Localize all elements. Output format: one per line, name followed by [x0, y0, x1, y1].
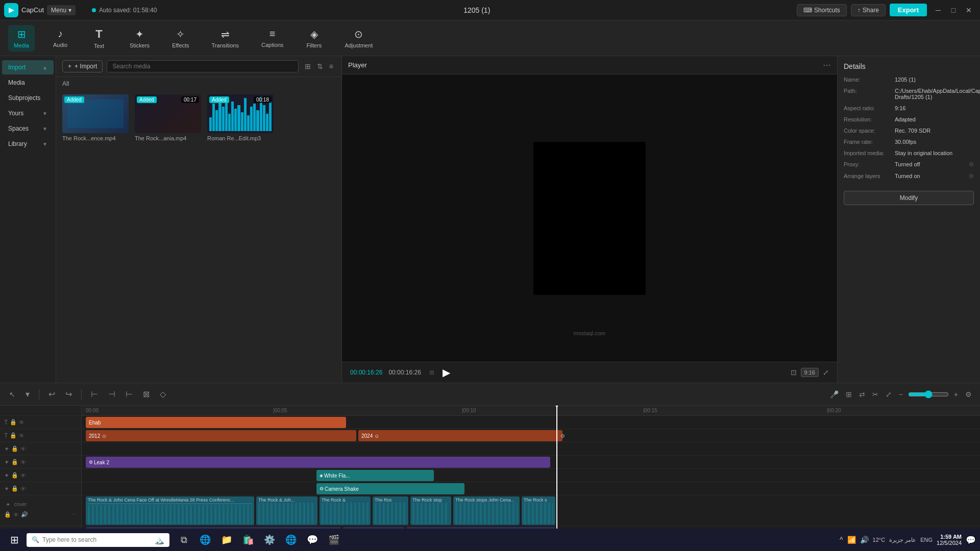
- toolbar-item-captions[interactable]: ≡ Captions: [256, 25, 288, 51]
- tray-arrow[interactable]: ^: [840, 536, 843, 544]
- export-button[interactable]: Export: [890, 4, 927, 16]
- clip-leak2[interactable]: ⚙ Leak 2: [86, 457, 550, 468]
- list-item[interactable]: Added The Rock...ence.mp4: [62, 94, 129, 141]
- toolbar-item-audio[interactable]: ♪ Audio: [47, 25, 74, 51]
- capcut-taskbar-icon[interactable]: 🎬: [324, 531, 344, 549]
- taskview-button[interactable]: ⧉: [174, 531, 194, 549]
- store-icon[interactable]: 🛍️: [238, 531, 258, 549]
- list-item[interactable]: Added 00:17 The Rock...ania.mp4: [135, 94, 201, 141]
- expand-button[interactable]: ⤢: [823, 368, 829, 377]
- edge-icon[interactable]: 🌐: [195, 531, 215, 549]
- notification-button[interactable]: 💬: [966, 535, 976, 545]
- mic-button[interactable]: 🎤: [828, 388, 841, 400]
- close-button[interactable]: ✕: [962, 3, 976, 17]
- chrome-icon[interactable]: 🌐: [281, 531, 301, 549]
- eye-icon[interactable]: 👁: [13, 512, 19, 518]
- proxy-toggle[interactable]: ⚙: [969, 161, 974, 168]
- undo-button[interactable]: ↩: [45, 387, 58, 401]
- import-button[interactable]: + + Import: [62, 60, 103, 72]
- toolbar-item-transitions[interactable]: ⇌ Transitions: [207, 25, 244, 52]
- delete-button[interactable]: ⊠: [140, 387, 153, 401]
- eye-icon[interactable]: 👁: [19, 433, 24, 439]
- split-button[interactable]: ⊢: [88, 387, 101, 401]
- clip-video-segment-5[interactable]: The Rock stop: [410, 496, 451, 525]
- sidebar-item-subprojects[interactable]: Subprojects: [2, 91, 54, 105]
- player-menu-button[interactable]: ⋯: [823, 60, 831, 70]
- share-button[interactable]: ↑ Share: [851, 4, 886, 16]
- lock-icon[interactable]: 🔒: [4, 511, 11, 518]
- sort-button[interactable]: ⇅: [315, 61, 325, 71]
- search-bar[interactable]: 🔍 🏔️: [27, 533, 169, 547]
- arrange-toggle[interactable]: ⚙: [969, 173, 974, 180]
- clip-camerashake[interactable]: ⚙ Camera Shake: [316, 483, 464, 494]
- clip-2012[interactable]: 2012 ☺: [86, 430, 356, 441]
- toolbar-item-text[interactable]: T Text: [86, 24, 112, 52]
- network-icon[interactable]: 📶: [847, 536, 856, 544]
- settings-btn[interactable]: ⚙: [963, 388, 974, 400]
- toolbar-item-media[interactable]: ⊞ Media: [8, 25, 35, 52]
- sidebar-item-library[interactable]: Library ▼: [2, 137, 54, 151]
- eye-icon[interactable]: 👁: [20, 446, 26, 452]
- maximize-button[interactable]: □: [946, 3, 961, 17]
- trim-right-button[interactable]: ⊢: [122, 387, 136, 401]
- minimize-button[interactable]: ─: [931, 3, 945, 17]
- explorer-icon[interactable]: 📁: [216, 531, 237, 549]
- group-button[interactable]: ◇: [157, 387, 169, 401]
- link-button[interactable]: ⇄: [857, 388, 867, 400]
- clip-video-segment-2[interactable]: The Rock & Joh...: [256, 496, 317, 525]
- toolbar-item-effects[interactable]: ✧ Effects: [167, 25, 194, 52]
- audio-icon[interactable]: 🔊: [21, 511, 28, 518]
- lock-icon[interactable]: 🔒: [11, 472, 18, 479]
- lock-icon[interactable]: 🔒: [11, 459, 18, 465]
- clip-ehab[interactable]: Ehab: [86, 417, 346, 428]
- filter-button[interactable]: ≡: [327, 61, 335, 71]
- lock-icon[interactable]: 🔒: [10, 432, 17, 439]
- redo-button[interactable]: ↪: [62, 387, 75, 401]
- eye-icon[interactable]: 👁: [20, 472, 26, 479]
- fullscreen-btn[interactable]: ⊡: [791, 368, 797, 377]
- clip-video-segment-3[interactable]: The Rock &: [320, 496, 371, 525]
- clip-video-segment-4[interactable]: The Roc: [373, 496, 408, 525]
- clip-video-segment-6[interactable]: The Rock stops John Cena...: [453, 496, 520, 525]
- clip-video-segment-1[interactable]: The Rock & John Cena Face Off at Wrestle…: [86, 496, 254, 525]
- expand-tl-btn[interactable]: ⤢: [884, 388, 894, 400]
- taskbar-search-input[interactable]: [42, 536, 151, 543]
- toolbar-item-stickers[interactable]: ✦ Stickers: [125, 25, 155, 52]
- list-item[interactable]: Added 00:18 Roman Re...Edit.mp3: [207, 94, 274, 141]
- eye-icon[interactable]: 👁: [20, 459, 26, 465]
- zoom-slider[interactable]: [908, 390, 949, 398]
- toolbar-item-filters[interactable]: ◈ Filters: [301, 25, 327, 52]
- snap-button[interactable]: ⊞: [844, 388, 854, 400]
- app-icon[interactable]: 💬: [302, 531, 323, 549]
- zoom-out-btn[interactable]: −: [897, 388, 905, 400]
- zoom-in-btn[interactable]: +: [952, 388, 960, 400]
- start-button[interactable]: ⊞: [4, 531, 24, 549]
- sidebar-item-yours[interactable]: Yours ▼: [2, 106, 54, 120]
- trim-left-button[interactable]: ⊣: [105, 387, 118, 401]
- select-tool-button[interactable]: ↖: [6, 388, 18, 400]
- sidebar-item-media[interactable]: Media: [2, 76, 54, 90]
- add-track-button[interactable]: +: [4, 499, 12, 509]
- eye-icon[interactable]: 👁: [20, 486, 26, 492]
- settings-icon[interactable]: ⚙️: [259, 531, 280, 549]
- shortcuts-button[interactable]: ⌨ Shortcuts: [797, 4, 847, 16]
- lock-icon[interactable]: 🔒: [11, 485, 18, 492]
- lock-icon[interactable]: 🔒: [10, 419, 17, 425]
- clip-2024[interactable]: 2024 ☺: [358, 430, 562, 441]
- clip-video-segment-7[interactable]: The Rock s: [522, 496, 555, 525]
- more-icon[interactable]: ⋯: [71, 511, 77, 518]
- sound-icon[interactable]: 🔊: [860, 536, 869, 544]
- select-arrow-button[interactable]: ▾: [22, 387, 33, 401]
- modify-button[interactable]: Modify: [844, 191, 974, 205]
- grid-view-button[interactable]: ⊞: [303, 61, 313, 71]
- search-input[interactable]: [107, 60, 298, 72]
- clip-whiteflag[interactable]: ◈ White Fla...: [316, 470, 434, 481]
- play-button[interactable]: ▶: [443, 366, 450, 379]
- sidebar-item-import[interactable]: Import ▲: [2, 60, 54, 74]
- clip-btn[interactable]: ✂: [870, 388, 880, 400]
- sidebar-item-spaces[interactable]: Spaces ▼: [2, 121, 54, 136]
- lock-icon[interactable]: 🔒: [11, 445, 18, 452]
- menu-button[interactable]: Menu ▾: [47, 5, 76, 15]
- eye-icon[interactable]: 👁: [19, 419, 24, 425]
- toolbar-item-adjustment[interactable]: ⊙ Adjustment: [339, 25, 378, 52]
